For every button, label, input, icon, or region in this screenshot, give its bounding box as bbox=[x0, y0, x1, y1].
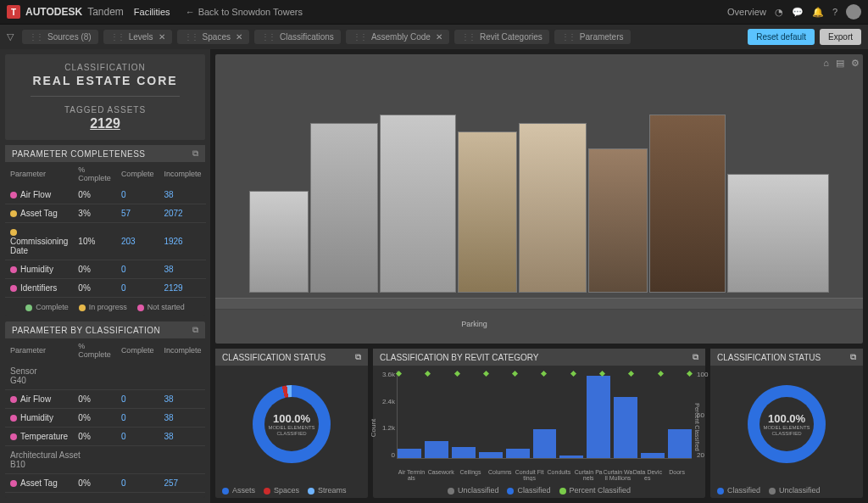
table-row[interactable]: Asset Tag0%0257 bbox=[5, 474, 205, 493]
clock-icon[interactable]: ◔ bbox=[775, 7, 783, 18]
avatar[interactable] bbox=[846, 4, 861, 20]
panel-title: PARAMETER BY CLASSIFICATION bbox=[12, 326, 160, 335]
table-row[interactable]: Humidity0%038 bbox=[5, 409, 205, 428]
close-icon[interactable]: ✕ bbox=[236, 32, 242, 42]
brand-logo-icon: T bbox=[7, 5, 20, 19]
popout-icon[interactable]: ⧉ bbox=[693, 352, 698, 362]
bar[interactable] bbox=[479, 452, 503, 458]
legend-unclassified: Unclassified bbox=[458, 486, 499, 495]
col-incomplete: Incomplete bbox=[159, 162, 206, 186]
brand-product: Tandem bbox=[87, 6, 124, 18]
bar[interactable] bbox=[452, 447, 476, 458]
table-row[interactable]: Air Flow0%038 bbox=[5, 186, 206, 204]
brand: T AUTODESK Tandem bbox=[7, 5, 124, 19]
popout-icon[interactable]: ⧉ bbox=[355, 352, 361, 362]
legend-unclassified: Unclassified bbox=[779, 486, 821, 495]
chip-label: Classifications bbox=[280, 32, 334, 42]
group-sensor-label: Sensor bbox=[10, 366, 37, 376]
bar[interactable] bbox=[641, 453, 665, 458]
parameter-completeness-panel: PARAMETER COMPLETENESS ⧉ Parameter % Com… bbox=[5, 145, 205, 316]
back-link[interactable]: ← Back to Snowdon Towers bbox=[186, 7, 303, 17]
filter-bar: ▽ ⋮⋮Sources (8) ⋮⋮Levels✕ ⋮⋮Spaces✕ ⋮⋮Cl… bbox=[0, 24, 868, 49]
col-pct: % Complete bbox=[73, 338, 116, 362]
chip-assembly-code[interactable]: ⋮⋮Assembly Code✕ bbox=[346, 30, 449, 44]
chip-levels[interactable]: ⋮⋮Levels✕ bbox=[103, 30, 172, 44]
legend-progress: In progress bbox=[89, 303, 127, 311]
chip-sources[interactable]: ⋮⋮Sources (8) bbox=[22, 30, 98, 44]
legend-complete: Complete bbox=[36, 303, 69, 311]
charts-row: CLASSIFICATION STATUS⧉ 100.0% MODEL ELEM… bbox=[215, 349, 863, 498]
bar[interactable] bbox=[587, 376, 610, 458]
close-icon[interactable]: ✕ bbox=[436, 32, 442, 42]
bar[interactable] bbox=[668, 429, 692, 458]
donut-chart[interactable]: 100.0% MODEL ELEMENTS CLASSIFIED bbox=[748, 385, 826, 463]
chip-label: Parameters bbox=[580, 32, 624, 42]
chip-revit-categories[interactable]: ⋮⋮Revit Categories bbox=[454, 30, 549, 44]
donut-pct: 100.0% bbox=[768, 412, 805, 425]
funnel-icon[interactable]: ▽ bbox=[7, 31, 14, 42]
donut-sub: MODEL ELEMENTS CLASSIFIED bbox=[760, 425, 814, 436]
chip-label: Revit Categories bbox=[480, 32, 542, 42]
table-row[interactable]: Air Flow0%038 bbox=[5, 390, 205, 409]
legend-streams: Streams bbox=[318, 486, 347, 495]
bar-legend: Unclassified Classified Percent Classifi… bbox=[373, 483, 705, 498]
col-pct: % Complete bbox=[73, 162, 116, 186]
chat-icon[interactable]: 💬 bbox=[792, 7, 804, 18]
export-button[interactable]: Export bbox=[820, 29, 861, 45]
table-row[interactable]: Commissioning Date0%0257 bbox=[5, 493, 205, 499]
col-complete: Complete bbox=[116, 338, 159, 362]
classification-status-card-2: CLASSIFICATION STATUS⧉ 100.0% MODEL ELEM… bbox=[710, 349, 863, 498]
chip-parameters[interactable]: ⋮⋮Parameters bbox=[554, 30, 631, 44]
donut-pct: 100.0% bbox=[273, 412, 310, 425]
classification-name: REAL ESTATE CORE bbox=[14, 74, 197, 87]
chip-classifications[interactable]: ⋮⋮Classifications bbox=[254, 30, 341, 44]
table-row[interactable]: Humidity0%038 bbox=[5, 260, 206, 279]
chip-spaces[interactable]: ⋮⋮Spaces✕ bbox=[177, 30, 249, 44]
legend-assets: Assets bbox=[232, 486, 255, 495]
classification-label: CLASSIFICATION bbox=[14, 63, 197, 72]
y2-axis-label: Percent Classified bbox=[693, 403, 699, 450]
bar[interactable] bbox=[614, 397, 637, 458]
col-complete: Complete bbox=[116, 162, 159, 186]
reset-default-button[interactable]: Reset default bbox=[748, 29, 815, 45]
bar[interactable] bbox=[398, 449, 421, 458]
legend-spaces: Spaces bbox=[274, 486, 299, 495]
popout-icon[interactable]: ⧉ bbox=[192, 325, 199, 335]
chart-title: CLASSIFICATION STATUS bbox=[717, 353, 821, 362]
table-row[interactable]: Asset Tag3%572072 bbox=[5, 204, 206, 223]
table-row[interactable]: Temperature0%038 bbox=[5, 428, 205, 446]
model-viewport[interactable]: ⌂ ▤ ⚙ Parking bbox=[215, 54, 863, 344]
right-content: ⌂ ▤ ⚙ Parking CLASSIFICATION STATUS⧉ bbox=[210, 49, 868, 503]
table-row[interactable]: Commissioning Date10%2031926 bbox=[5, 223, 206, 260]
nav-section[interactable]: Facilities bbox=[134, 7, 170, 17]
popout-icon[interactable]: ⧉ bbox=[192, 148, 199, 159]
table-row[interactable]: Identifiers0%02129 bbox=[5, 279, 206, 298]
bar[interactable] bbox=[559, 455, 583, 458]
bar-chart[interactable]: 3.6k2.4k1.2k0 Count 1006020 Percent Clas… bbox=[373, 366, 705, 483]
help-icon[interactable]: ? bbox=[832, 7, 837, 17]
col-parameter: Parameter bbox=[5, 162, 73, 186]
param-by-class-table: Parameter % Complete Complete Incomplete… bbox=[5, 338, 205, 498]
chart-title: CLASSIFICATION STATUS bbox=[222, 353, 326, 362]
legend-not-started: Not started bbox=[147, 303, 185, 311]
bell-icon[interactable]: 🔔 bbox=[812, 7, 824, 18]
tagged-assets-value[interactable]: 2129 bbox=[14, 116, 197, 131]
close-icon[interactable]: ✕ bbox=[159, 32, 165, 42]
group-architectural-sub: B10 bbox=[10, 460, 25, 469]
overview-link[interactable]: Overview bbox=[727, 7, 766, 17]
bar[interactable] bbox=[425, 441, 448, 458]
legend-classified: Classified bbox=[517, 486, 550, 495]
legend-percent-classified: Percent Classified bbox=[570, 486, 632, 495]
donut-sub: MODEL ELEMENTS CLASSIFIED bbox=[264, 425, 319, 436]
bar[interactable] bbox=[506, 449, 530, 458]
chart-title: CLASSIFICATION BY REVIT CATEGORY bbox=[380, 353, 538, 362]
chip-label: Levels bbox=[129, 32, 153, 42]
classification-status-card-1: CLASSIFICATION STATUS⧉ 100.0% MODEL ELEM… bbox=[215, 349, 368, 498]
popout-icon[interactable]: ⧉ bbox=[850, 352, 856, 362]
left-sidebar: CLASSIFICATION REAL ESTATE CORE TAGGED A… bbox=[0, 49, 210, 503]
donut-chart[interactable]: 100.0% MODEL ELEMENTS CLASSIFIED bbox=[253, 385, 331, 463]
main: CLASSIFICATION REAL ESTATE CORE TAGGED A… bbox=[0, 49, 868, 503]
group-architectural-label: Architectural Asset bbox=[10, 450, 81, 460]
bar[interactable] bbox=[533, 429, 557, 458]
y-axis-label: Count bbox=[370, 419, 377, 437]
